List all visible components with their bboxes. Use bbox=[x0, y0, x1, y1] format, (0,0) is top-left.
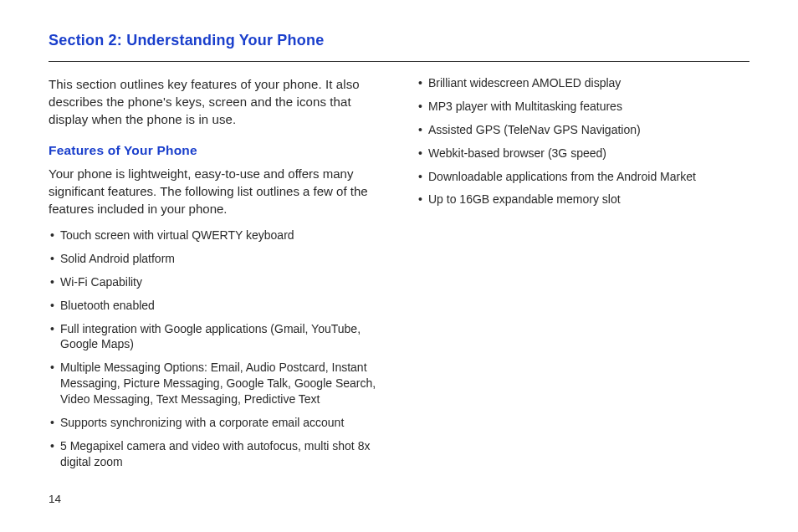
section-title: Section 2: Understanding Your Phone bbox=[49, 32, 749, 49]
section-divider bbox=[49, 61, 749, 62]
list-item: Assisted GPS (TeleNav GPS Navigation) bbox=[418, 122, 749, 138]
list-item: Solid Android platform bbox=[50, 251, 381, 267]
list-item: 5 Megapixel camera and video with autofo… bbox=[50, 438, 381, 470]
list-item: Webkit-based browser (3G speed) bbox=[418, 146, 749, 161]
list-item: Brilliant widescreen AMOLED display bbox=[418, 75, 749, 91]
features-subtext: Your phone is lightweight, easy-to-use a… bbox=[49, 165, 381, 217]
list-item: Supports synchronizing with a corporate … bbox=[50, 415, 381, 431]
list-item: Up to 16GB expandable memory slot bbox=[418, 192, 749, 207]
left-column: This section outlines key features of yo… bbox=[49, 75, 381, 478]
list-item: Downloadable applications from the Andro… bbox=[418, 169, 749, 185]
list-item: MP3 player with Multitasking features bbox=[418, 99, 749, 115]
list-item: Bluetooth enabled bbox=[50, 298, 381, 314]
content-columns: This section outlines key features of yo… bbox=[49, 75, 749, 478]
page-number: 14 bbox=[49, 493, 61, 505]
right-column: Brilliant widescreen AMOLED display MP3 … bbox=[417, 75, 749, 478]
features-heading: Features of Your Phone bbox=[49, 143, 381, 158]
features-list-right: Brilliant widescreen AMOLED display MP3 … bbox=[417, 75, 749, 207]
features-list-left: Touch screen with virtual QWERTY keyboar… bbox=[49, 228, 381, 470]
list-item: Wi-Fi Capability bbox=[50, 274, 381, 290]
list-item: Full integration with Google application… bbox=[50, 321, 381, 353]
list-item: Touch screen with virtual QWERTY keyboar… bbox=[50, 228, 381, 243]
section-intro: This section outlines key features of yo… bbox=[49, 75, 381, 128]
list-item: Multiple Messaging Options: Email, Audio… bbox=[50, 360, 381, 407]
document-page: Section 2: Understanding Your Phone This… bbox=[0, 0, 798, 494]
